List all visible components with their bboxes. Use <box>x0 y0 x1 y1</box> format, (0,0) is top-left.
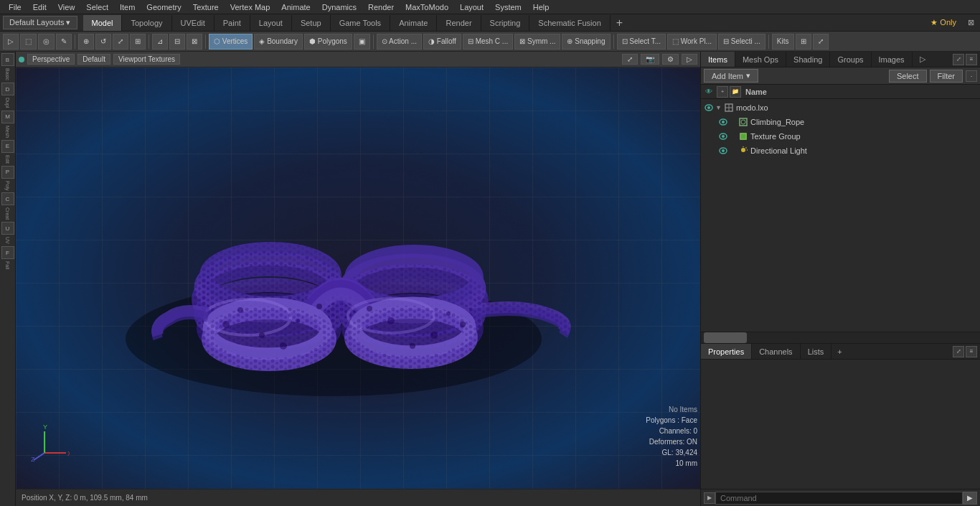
layout-tab-scripting[interactable]: Scripting <box>481 15 530 31</box>
layout-tab-layout[interactable]: Layout <box>250 15 292 31</box>
tree-item-texture-group[interactable]: ▶ Texture Group <box>701 129 980 144</box>
menu-edit[interactable]: Edit <box>27 1 52 13</box>
tool-rotate[interactable]: ↺ <box>95 34 111 50</box>
tree-item-climbing-rope[interactable]: ▶ Climbing_Rope <box>701 115 980 129</box>
menu-system[interactable]: System <box>489 1 527 13</box>
filter-button[interactable]: Filter <box>930 70 963 83</box>
viewport-textures-btn[interactable]: Viewport Textures <box>113 54 180 65</box>
tool-grid-view[interactable]: ⊞ <box>796 34 811 50</box>
menu-select[interactable]: Select <box>80 1 114 13</box>
layout-tab-setup[interactable]: Setup <box>292 15 331 31</box>
layout-add-button[interactable]: + <box>611 15 628 31</box>
tool-work-pl[interactable]: ⬚ Work Pl... <box>667 34 717 50</box>
layout-tab-topology[interactable]: Topology <box>122 15 171 31</box>
sidebar-tool-8[interactable]: F <box>1 246 14 259</box>
tab-lists[interactable]: Lists <box>801 344 832 359</box>
tool-lasso[interactable]: ◎ <box>38 34 55 50</box>
visibility-eye-rope[interactable] <box>718 117 728 127</box>
tab-properties[interactable]: Properties <box>701 344 752 359</box>
menu-render[interactable]: Render <box>362 1 400 13</box>
tool-mesh-c[interactable]: ⊟ Mesh C ... <box>463 34 513 50</box>
tree-item-directional-light[interactable]: ▶ Directional Light <box>701 144 980 158</box>
menu-animate[interactable]: Animate <box>275 1 316 13</box>
bottom-settings-btn[interactable]: ≡ <box>966 346 977 357</box>
layout-expand-button[interactable]: ⊠ <box>962 17 980 29</box>
layout-tab-animate[interactable]: Animate <box>390 15 437 31</box>
tool-action[interactable]: ⊙ Action ... <box>377 34 422 50</box>
right-tab-add-button[interactable]: ▷ <box>914 53 931 65</box>
menu-maxtomodo[interactable]: MaxToModo <box>400 1 454 13</box>
menu-item[interactable]: Item <box>114 1 141 13</box>
visibility-eye-light[interactable] <box>718 146 728 156</box>
tool-kits[interactable]: Kits <box>772 34 794 50</box>
sidebar-tool-5[interactable]: P <box>1 166 14 179</box>
tool-symmetry[interactable]: ⊠ <box>187 34 202 50</box>
layout-star-button[interactable]: ★ Only <box>925 17 962 29</box>
select-button[interactable]: Select <box>889 70 927 83</box>
tab-shading[interactable]: Shading <box>786 52 830 67</box>
default-layouts-button[interactable]: Default Layouts ▾ <box>3 16 77 29</box>
layout-tab-paint[interactable]: Paint <box>215 15 250 31</box>
viewport-canvas[interactable]: X Y Z No Items Polygons : Face Channels:… <box>16 67 700 489</box>
menu-layout[interactable]: Layout <box>454 1 489 13</box>
tool-arrow[interactable]: ▷ <box>3 34 19 50</box>
tool-select-box[interactable]: ⬚ <box>20 34 37 50</box>
sidebar-tool-2[interactable]: D <box>1 83 14 95</box>
tool-transform[interactable]: ⊞ <box>130 34 146 50</box>
tool-falloff[interactable]: ◑ Falloff <box>423 34 461 50</box>
viewport-settings-btn[interactable]: ⚙ <box>662 54 679 65</box>
right-maximize-btn[interactable]: ⤢ <box>953 54 964 65</box>
viewport-perspective-btn[interactable]: Perspective <box>27 54 75 65</box>
expand-arrow-modo[interactable]: ▼ <box>715 104 724 111</box>
tab-channels[interactable]: Channels <box>752 344 800 359</box>
tree-add-btn[interactable]: + <box>717 86 728 98</box>
viewport-default-btn[interactable]: Default <box>77 54 110 65</box>
sidebar-tool-7[interactable]: U <box>1 222 14 235</box>
tool-mode4[interactable]: ▣ <box>354 34 370 50</box>
visibility-toggle[interactable]: 👁 <box>704 87 714 97</box>
menu-dynamics[interactable]: Dynamics <box>316 1 362 13</box>
command-input[interactable] <box>715 492 963 505</box>
viewport-maximize-btn[interactable]: ⤢ <box>622 54 638 65</box>
tree-folder-btn[interactable]: 📁 <box>730 86 741 98</box>
tab-groups[interactable]: Groups <box>830 52 871 67</box>
tool-fullscreen[interactable]: ⤢ <box>813 34 829 50</box>
sidebar-tool-3[interactable]: M <box>1 111 14 123</box>
add-item-button[interactable]: Add Item ▾ <box>704 69 758 83</box>
menu-texture[interactable]: Texture <box>187 1 225 13</box>
menu-vertex-map[interactable]: Vertex Map <box>225 1 276 13</box>
tool-select-t[interactable]: ⊡ Select T... <box>617 34 666 50</box>
bottom-tab-add-button[interactable]: + <box>831 346 847 357</box>
tool-symm[interactable]: ⊠ Symm ... <box>514 34 560 50</box>
sidebar-tool-4[interactable]: E <box>1 140 14 153</box>
tool-mirror[interactable]: ⊟ <box>169 34 185 50</box>
viewport-arrow-btn[interactable]: ▷ <box>682 54 697 65</box>
tab-items[interactable]: Items <box>701 52 735 67</box>
sidebar-tool-6[interactable]: C <box>1 192 14 205</box>
tool-polygons[interactable]: ⬢ Polygons <box>304 34 352 50</box>
layout-tab-model[interactable]: Model <box>83 15 123 31</box>
command-go-button[interactable]: ▶ <box>963 492 977 505</box>
menu-help[interactable]: Help <box>527 1 555 13</box>
command-expand-btn[interactable]: ▶ <box>704 492 715 504</box>
layout-tab-render[interactable]: Render <box>437 15 481 31</box>
menu-geometry[interactable]: Geometry <box>141 1 187 13</box>
scene-tree-scrollbar[interactable] <box>701 332 980 343</box>
layout-tab-schematic-fusion[interactable]: Schematic Fusion <box>529 15 610 31</box>
tab-images[interactable]: Images <box>872 52 913 67</box>
tool-vertices[interactable]: ⬡ Vertices <box>209 34 253 50</box>
menu-file[interactable]: File <box>3 1 27 13</box>
right-settings-btn[interactable]: ≡ <box>966 54 977 65</box>
tool-move[interactable]: ⊕ <box>78 34 94 50</box>
sidebar-tool-1[interactable]: B <box>1 53 14 66</box>
layout-tab-uvedit[interactable]: UVEdit <box>172 15 215 31</box>
minus-button[interactable]: - <box>966 70 977 82</box>
tool-selecti[interactable]: ⊟ Selecti ... <box>718 34 765 50</box>
tab-mesh-ops[interactable]: Mesh Ops <box>735 52 786 67</box>
tool-snapping[interactable]: ⊕ Snapping <box>562 34 610 50</box>
layout-tab-game-tools[interactable]: Game Tools <box>331 15 391 31</box>
tool-scale[interactable]: ⤢ <box>113 34 128 50</box>
bottom-maximize-btn[interactable]: ⤢ <box>953 346 964 357</box>
tool-boundary[interactable]: ◈ Boundary <box>254 34 303 50</box>
visibility-eye-modo[interactable] <box>704 103 714 113</box>
